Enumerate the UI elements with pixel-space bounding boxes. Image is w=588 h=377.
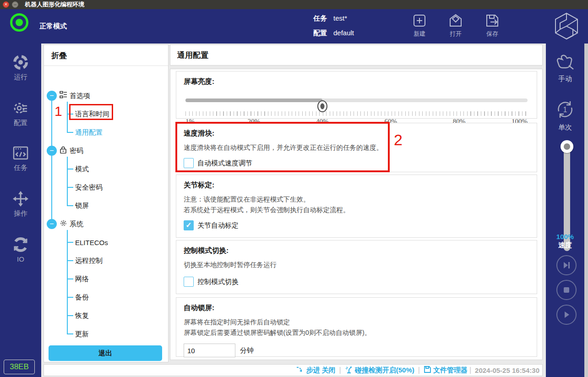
window-minimize-icon[interactable]: – xyxy=(12,1,18,8)
tree-item-network[interactable]: 网络 xyxy=(75,275,89,284)
tree-collapse-title[interactable]: 折叠 xyxy=(44,45,168,66)
tree-item-safety-password[interactable]: 安全密码 xyxy=(75,183,103,192)
manual-mode-label: 手动 xyxy=(546,75,584,83)
window-close-icon[interactable]: × xyxy=(3,1,9,8)
control-mode-checkbox-label: 控制模式切换 xyxy=(197,278,239,286)
tree-item-system[interactable]: 系统 xyxy=(70,220,83,229)
gear-list-icon xyxy=(0,99,41,117)
collapse-node-icon[interactable]: − xyxy=(47,219,57,229)
tree-item-general-config[interactable]: 通用配置 xyxy=(75,128,103,137)
nav-io-label: IO xyxy=(0,255,41,263)
nav-item-io[interactable]: IO xyxy=(0,236,41,263)
io-cycle-icon xyxy=(0,236,41,253)
svg-text:1: 1 xyxy=(563,106,567,114)
brightness-slider-handle[interactable] xyxy=(317,100,327,112)
tree-item-preferences[interactable]: 首选项 xyxy=(70,92,90,100)
config-label: 配置 xyxy=(313,29,333,38)
new-button[interactable]: 新建 xyxy=(405,13,434,38)
status-separator: | xyxy=(339,366,341,374)
main-title-card: 通用配置 xyxy=(170,44,543,66)
nav-run-label: 运行 xyxy=(0,73,41,82)
collapse-node-icon[interactable]: − xyxy=(47,91,57,101)
single-run-label: 单次 xyxy=(546,123,584,132)
scrollbar-strip[interactable] xyxy=(584,44,588,377)
file-manager-button[interactable]: 文件管理器 xyxy=(424,366,468,375)
tree-item-elitecos[interactable]: ELITECOs xyxy=(75,239,108,246)
task-config-info: 任务 test* 配置 default xyxy=(313,14,354,44)
window-titlebar: × – 机器人图形化编程环境 xyxy=(0,0,588,9)
tree-item-update[interactable]: 更新 xyxy=(75,330,89,339)
single-cycle-icon: 1 xyxy=(555,113,575,121)
mode-status-icon xyxy=(10,13,28,32)
nav-item-config[interactable]: 配置 xyxy=(0,99,41,127)
speed-slider-description: 速度滑块将在自动模式下启用，并允许更改正在运行的任务的速度。 xyxy=(184,142,529,153)
lock-icon xyxy=(60,146,67,156)
exit-button[interactable]: 退出 xyxy=(49,345,162,361)
tree-item-restore[interactable]: 恢复 xyxy=(75,311,89,320)
brightness-slider xyxy=(184,94,529,107)
open-button[interactable]: 打开 xyxy=(441,13,470,38)
brightness-slider-track[interactable] xyxy=(185,98,528,102)
manual-mode-button[interactable]: 手动 xyxy=(546,53,584,83)
collapse-node-icon[interactable]: − xyxy=(47,146,57,156)
control-mode-checkbox[interactable] xyxy=(184,277,194,287)
tree-item-password[interactable]: 密码 xyxy=(70,147,83,155)
tree-item-language-time[interactable]: 语言和时间 xyxy=(75,110,109,119)
joint-calibration-title: 关节标定: xyxy=(184,180,529,190)
nav-config-label: 配置 xyxy=(0,119,41,127)
open-button-label: 打开 xyxy=(441,30,470,38)
page-title: 通用配置 xyxy=(170,50,208,60)
save-button[interactable]: 保存 xyxy=(478,13,507,38)
gear-icon xyxy=(60,219,67,229)
nav-item-operate[interactable]: 操作 xyxy=(0,190,41,218)
section-screen-brightness: 屏幕亮度: 1% 20% 40% 60% 80% 100% xyxy=(176,71,537,119)
run-icon xyxy=(0,54,41,71)
status-timestamp: 2024-05-25 16:54:30 xyxy=(475,366,539,374)
config-value: default xyxy=(333,29,354,38)
left-nav-rail: 运行 配置 xyxy=(0,44,41,377)
task-label: 任务 xyxy=(313,14,333,23)
window-title: 机器人图形化编程环境 xyxy=(25,0,84,9)
single-run-button[interactable]: 1 单次 xyxy=(546,99,584,132)
status-separator: | xyxy=(418,366,420,374)
new-file-icon xyxy=(405,13,434,28)
settings-tree-panel: 折叠 − xyxy=(44,44,169,362)
open-file-icon xyxy=(441,13,470,28)
play-button[interactable] xyxy=(556,305,577,325)
tree-item-backup[interactable]: 备份 xyxy=(75,293,89,302)
app-window: × – 机器人图形化编程环境 正常模式 任务 test* 配置 default xyxy=(0,0,588,377)
file-manager-icon xyxy=(424,366,433,375)
section-control-mode: 控制模式切换: 切换至本地控制时暂停任务运行 控制模式切换 xyxy=(176,240,537,294)
joint-calibration-note1: 注意：该使能配置仅在非远程模式下生效。 xyxy=(184,194,529,205)
speed-slider-handle[interactable] xyxy=(561,140,573,153)
control-mode-title: 控制模式切换: xyxy=(184,246,529,256)
collision-status-label: 碰撞检测开启(50%) xyxy=(355,366,414,375)
stop-button[interactable] xyxy=(556,280,577,300)
tree-item-lock-screen[interactable]: 锁屏 xyxy=(75,202,89,210)
right-control-rail: 手动 1 单次 100% 速度 xyxy=(546,44,584,377)
joint-calibration-note2: 若系统处于远程模式，则关节会强制执行自动标定流程。 xyxy=(184,205,529,215)
step-status[interactable]: 步进 关闭 xyxy=(296,366,335,375)
collision-status[interactable]: 碰撞检测开启(50%) xyxy=(345,366,414,375)
step-next-button[interactable] xyxy=(556,255,577,275)
nav-item-run[interactable]: 运行 xyxy=(0,54,41,82)
tree-item-remote-control[interactable]: 远程控制 xyxy=(75,257,103,265)
lock-minutes-unit: 分钟 xyxy=(240,346,254,355)
auto-mode-speed-checkbox[interactable] xyxy=(184,158,194,168)
auto-mode-speed-checkbox-label: 自动模式速度调节 xyxy=(197,159,252,168)
lock-minutes-input[interactable] xyxy=(184,344,235,357)
step-arrow-icon xyxy=(296,366,306,375)
section-joint-calibration: 关节标定: 注意：该使能配置仅在非远程模式下生效。 若系统处于远程模式，则关节会… xyxy=(176,175,537,238)
save-button-label: 保存 xyxy=(478,30,507,38)
nav-item-task[interactable]: 任务 xyxy=(0,144,41,172)
brightness-tick-marks xyxy=(185,111,528,116)
tree-item-mode[interactable]: 模式 xyxy=(75,165,89,174)
move-arrows-icon xyxy=(0,190,41,208)
collision-detect-icon xyxy=(345,366,355,375)
status-separator: | xyxy=(469,366,471,374)
auto-lock-title: 自动锁屏: xyxy=(184,303,529,313)
code-window-icon xyxy=(0,144,41,162)
file-manager-label: 文件管理器 xyxy=(433,366,468,375)
joint-auto-calibration-checkbox[interactable] xyxy=(184,220,194,230)
control-mode-description: 切换至本地控制时暂停任务运行 xyxy=(184,260,529,270)
